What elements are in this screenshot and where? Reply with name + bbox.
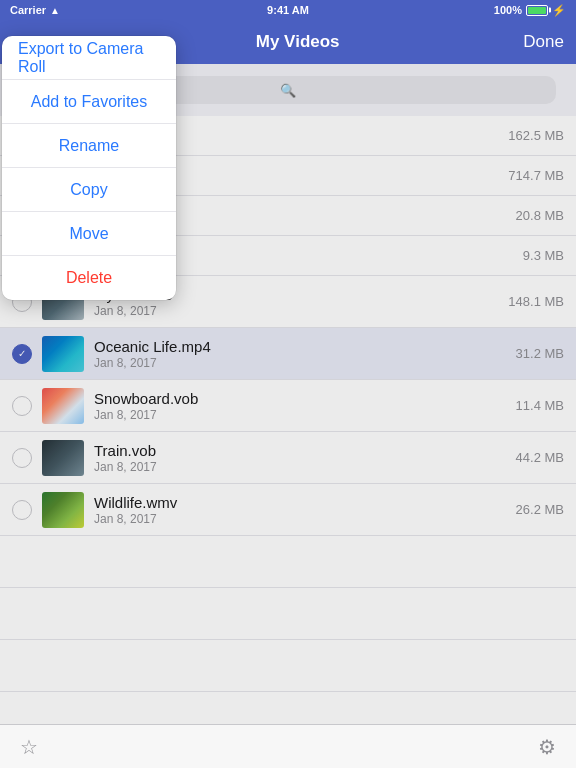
menu-item-delete[interactable]: Delete <box>2 256 176 300</box>
menu-item-export-to-camera-roll[interactable]: Export to Camera Roll <box>2 36 176 80</box>
menu-item-copy[interactable]: Copy <box>2 168 176 212</box>
menu-item-move[interactable]: Move <box>2 212 176 256</box>
menu-item-add-to-favorites[interactable]: Add to Favorites <box>2 80 176 124</box>
favorites-button[interactable]: ☆ <box>20 735 38 759</box>
carrier-label: Carrier <box>10 4 46 16</box>
page-title: My Videos <box>256 32 340 52</box>
battery-icon <box>526 5 548 16</box>
status-right: 100% ⚡ <box>494 4 566 17</box>
context-menu: Export to Camera RollAdd to FavoritesRen… <box>2 36 176 300</box>
bottom-toolbar: ☆ ⚙ <box>0 724 576 768</box>
status-bar: Carrier ▲ 9:41 AM 100% ⚡ <box>0 0 576 20</box>
status-left: Carrier ▲ <box>10 4 60 16</box>
done-button[interactable]: Done <box>523 32 564 52</box>
settings-button[interactable]: ⚙ <box>538 735 556 759</box>
charging-icon: ⚡ <box>552 4 566 17</box>
status-time: 9:41 AM <box>267 4 309 16</box>
battery-percent: 100% <box>494 4 522 16</box>
wifi-icon: ▲ <box>50 5 60 16</box>
menu-item-rename[interactable]: Rename <box>2 124 176 168</box>
battery-fill <box>528 7 546 14</box>
